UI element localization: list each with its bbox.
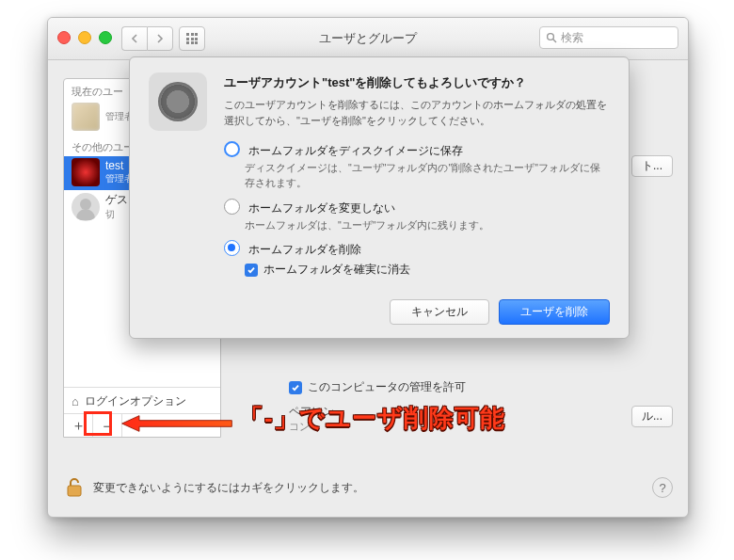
titlebar: ユーザとグループ 検索 — [48, 18, 688, 60]
guest-icon — [72, 193, 100, 221]
user-role: 切 — [105, 208, 128, 221]
cancel-button[interactable]: キャンセル — [390, 299, 489, 325]
admin-checkbox-label: このコンピュータの管理を許可 — [308, 379, 466, 395]
option-keep-folder[interactable]: ホームフォルダを変更しない ホームフォルダは、"ユーザ"フォルダ内に残ります。 — [224, 199, 608, 233]
dialog-title: ユーザアカウント"test"を削除してもよろしいですか？ — [224, 74, 608, 91]
help-button[interactable]: ? — [652, 477, 673, 498]
radio-icon — [224, 199, 240, 215]
svg-rect-2 — [68, 486, 81, 496]
option-delete-folder[interactable]: ホームフォルダを削除 ホームフォルダを確実に消去 — [224, 240, 608, 278]
login-options[interactable]: ⌂ ログインオプション — [64, 387, 220, 414]
dialog-options: ホームフォルダをディスクイメージに保存 ディスクイメージは、"ユーザ"フォルダ内… — [224, 141, 608, 278]
radio-icon — [224, 141, 240, 157]
option-hint: ホームフォルダは、"ユーザ"フォルダ内に残ります。 — [245, 218, 608, 233]
search-placeholder: 検索 — [561, 30, 583, 46]
home-icon: ⌂ — [72, 394, 79, 408]
radio-checked-icon — [224, 240, 240, 256]
option-save-image[interactable]: ホームフォルダをディスクイメージに保存 ディスクイメージは、"ユーザ"フォルダ内… — [224, 141, 608, 191]
delete-user-dialog: ユーザアカウント"test"を削除してもよろしいですか？ このユーザアカウントを… — [129, 56, 630, 339]
checkbox-checked-icon — [245, 264, 258, 277]
open-button[interactable]: ト... — [631, 155, 673, 177]
svg-line-1 — [553, 40, 556, 42]
lock-text: 変更できないようにするにはカギをクリックします。 — [93, 480, 364, 496]
user-name: ゲス — [105, 192, 128, 208]
dialog-actions: キャンセル ユーザを削除 — [390, 299, 610, 325]
avatar — [72, 103, 100, 131]
option-label: ホームフォルダを変更しない — [248, 201, 395, 215]
search-icon — [546, 32, 557, 43]
annotation-highlight-box — [84, 411, 112, 436]
delete-user-button[interactable]: ユーザを削除 — [499, 299, 610, 325]
lock-row: 変更できないようにするにはカギをクリックします。 ? — [63, 473, 673, 502]
secure-erase-checkbox[interactable]: ホームフォルダを確実に消去 — [245, 262, 608, 278]
secure-erase-label: ホームフォルダを確実に消去 — [263, 262, 410, 278]
dialog-desc: このユーザアカウントを削除するには、このアカウントのホームフォルダの処置を選択し… — [224, 97, 608, 128]
parental-controls-button[interactable]: ル... — [631, 406, 673, 427]
unlock-icon[interactable] — [63, 476, 86, 499]
option-hint: ディスクイメージは、"ユーザ"フォルダ内の"削除されたユーザ"フォルダに保存され… — [245, 161, 608, 191]
admin-checkbox-row[interactable]: このコンピュータの管理を許可 — [289, 379, 466, 395]
annotation-text: 「-」でユーザ削除可能 — [239, 402, 505, 435]
option-label: ホームフォルダを削除 — [248, 243, 361, 256]
option-label: ホームフォルダをディスクイメージに保存 — [248, 144, 463, 157]
avatar — [72, 158, 100, 186]
svg-point-0 — [548, 34, 554, 40]
prefs-gear-icon — [149, 72, 207, 131]
checkbox-checked-icon — [289, 381, 302, 394]
search-field[interactable]: 検索 — [539, 26, 678, 49]
login-options-label: ログインオプション — [85, 393, 186, 409]
